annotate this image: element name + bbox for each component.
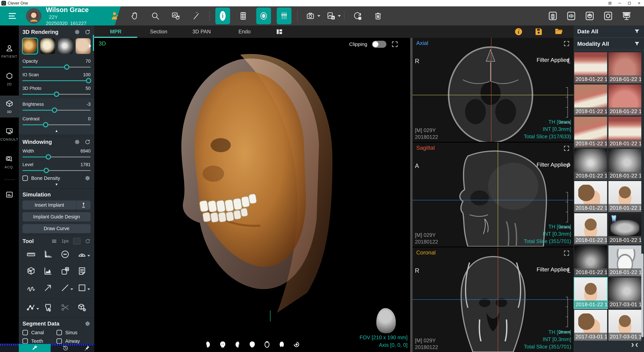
coronal-crosshair-vertical[interactable]	[498, 247, 498, 352]
collapse-windowing-button[interactable]: ▼	[22, 181, 90, 187]
layout-window-icon[interactable]	[603, 10, 614, 21]
gear-icon[interactable]	[74, 29, 80, 35]
orient-rotate-icon[interactable]	[293, 341, 300, 348]
refresh-icon[interactable]	[85, 238, 90, 244]
image-reset-button[interactable]	[168, 7, 183, 24]
gallery-thumbnail[interactable]: 2018-01-22 16:...	[574, 149, 607, 180]
save-button[interactable]	[534, 27, 544, 36]
scissors-tool-button[interactable]	[60, 302, 70, 313]
target-focus-button[interactable]	[256, 7, 271, 24]
gallery-thumbnail[interactable]: 2018-01-22 16:...	[574, 213, 607, 244]
layout-compare-icon[interactable]	[566, 10, 576, 21]
gallery-thumbnail[interactable]: 2018-01-22 15:...	[608, 213, 641, 244]
navigation-head[interactable]	[376, 308, 396, 333]
tab-3dpan[interactable]: 3D PAN	[180, 25, 223, 38]
capture-dropdown-caret[interactable]	[317, 15, 320, 17]
angle-dropdown-caret[interactable]	[88, 255, 90, 257]
gallery-thumbnail[interactable]: 2018-01-22 16:...	[608, 52, 641, 83]
orient-back-icon[interactable]	[248, 341, 256, 348]
bone-density-checkbox[interactable]	[22, 175, 28, 181]
presentation-icon[interactable]	[621, 10, 632, 21]
polyline-dropdown-caret[interactable]	[36, 308, 39, 310]
ruler-tool-button[interactable]	[26, 249, 36, 259]
fullscreen-icon[interactable]	[563, 145, 570, 152]
gallery-thumbnail[interactable]: 2018-01-22 16:...	[574, 117, 607, 147]
filter-funnel-icon[interactable]	[634, 40, 640, 47]
profile-ruler-tool-button[interactable]	[43, 249, 53, 259]
freehand-tool-button[interactable]	[26, 283, 36, 293]
viewport-splitter[interactable]	[410, 38, 412, 352]
gallery-thumbnail[interactable]: 2018-01-22 15:...	[574, 245, 607, 276]
sagittal-view[interactable]: Sagittal Filter Applied A P 20 mm [M] 02…	[412, 143, 574, 247]
annotation-export-tool-button[interactable]	[60, 266, 70, 276]
adjust-filters-button[interactable]	[277, 7, 292, 24]
preset-soft-tissue[interactable]	[76, 38, 91, 54]
axial-view[interactable]: Axial Filter Applied R L 20 mm [M] 029Y …	[412, 38, 574, 142]
volume-3d-viewport[interactable]: 3D Clipping	[94, 38, 410, 352]
pen-size-value[interactable]: 1px	[62, 239, 69, 244]
axial-crosshair-horizontal[interactable]	[412, 95, 574, 95]
coronal-view[interactable]: Coronal Filter Applied R L 20 mm [M] 029…	[412, 247, 574, 352]
hamburger-menu-button[interactable]	[9, 13, 16, 19]
teeth-checkbox[interactable]	[22, 339, 28, 344]
pen-color-swatch[interactable]	[73, 238, 80, 245]
window-width-slider[interactable]	[22, 154, 90, 159]
grid-view-button[interactable]	[236, 7, 250, 24]
explorer-probe-button[interactable]	[189, 7, 204, 24]
sidebar-item-2d[interactable]: 2D	[0, 68, 19, 90]
window-pin-button[interactable]	[605, 0, 615, 6]
sagittal-crosshair-vertical[interactable]	[498, 143, 498, 247]
rectangle-tool-button[interactable]	[77, 283, 87, 293]
io-scan-slider[interactable]	[22, 78, 90, 82]
capture-button[interactable]	[303, 7, 318, 24]
history-statusbar-button[interactable]	[62, 345, 69, 351]
close-button[interactable]: ×	[634, 0, 644, 6]
polyline-tool-button[interactable]	[26, 302, 36, 313]
open-folder-button[interactable]	[554, 27, 564, 36]
zoom-button[interactable]	[148, 7, 163, 24]
sidebar-item-report[interactable]	[0, 187, 19, 203]
sagittal-crosshair-horizontal[interactable]	[412, 200, 574, 200]
gallery-thumbnail[interactable]: 2018-01-22 16:...	[574, 84, 607, 115]
tooth-segmentation-tool-button[interactable]	[43, 302, 53, 313]
image-export-button[interactable]	[324, 7, 338, 24]
tab-endo[interactable]: Endo	[223, 25, 266, 38]
modality-filter-row[interactable]: Modality All	[574, 38, 644, 50]
fullscreen-icon[interactable]	[563, 40, 570, 47]
gear-icon[interactable]	[84, 321, 90, 327]
circle-measure-tool-button[interactable]	[60, 249, 70, 259]
implant-library-button[interactable]	[76, 200, 90, 210]
orient-front-icon[interactable]	[219, 341, 226, 348]
gallery-thumbnail[interactable]: 2018-01-22 15:...	[608, 245, 641, 276]
angle-tool-button[interactable]	[77, 249, 87, 259]
minimize-button[interactable]	[615, 0, 624, 6]
pin-statusbar-button[interactable]	[84, 345, 90, 351]
refresh-icon[interactable]	[84, 29, 90, 35]
gallery-thumbnail[interactable]: 2018-01-22 16:...	[608, 117, 641, 147]
layout-switch-button[interactable]	[276, 28, 284, 36]
airway-checkbox[interactable]	[56, 339, 62, 344]
collapse-rendering-button[interactable]: ▲	[22, 128, 90, 133]
preset-bone[interactable]	[40, 38, 55, 54]
line-tool-button[interactable]	[60, 283, 70, 293]
tab-mpr[interactable]: MPR	[94, 25, 137, 38]
brightness-slider[interactable]	[22, 107, 90, 113]
memo-tool-button[interactable]	[77, 266, 87, 276]
layout-layers-icon[interactable]	[548, 10, 558, 21]
sidebar-item-3d[interactable]: 3D	[0, 95, 19, 117]
panel-scrollbar-thumb[interactable]	[93, 35, 94, 51]
gallery-thumbnail[interactable]: 2018-01-22 16:...	[574, 52, 607, 83]
gallery-thumbnail[interactable]: 2017-03-01 15:...	[608, 278, 641, 309]
orient-right-icon[interactable]	[234, 341, 241, 348]
canal-checkbox[interactable]	[22, 330, 28, 335]
coronal-crosshair-horizontal[interactable]	[412, 299, 574, 300]
sidebar-item-consult[interactable]: CONSULT	[0, 123, 19, 145]
date-filter-row[interactable]: Date All	[574, 25, 644, 38]
orient-top-icon[interactable]	[263, 341, 271, 348]
layout-3d-icon[interactable]	[584, 10, 595, 21]
volume-crop-tool-button[interactable]	[26, 266, 36, 276]
volume-settings-tool-button[interactable]	[77, 302, 87, 313]
gallery-thumbnail[interactable]: 2017-03-01 15:...	[608, 310, 641, 341]
sinus-checkbox[interactable]	[56, 330, 62, 335]
study-info-button[interactable]	[514, 27, 523, 36]
